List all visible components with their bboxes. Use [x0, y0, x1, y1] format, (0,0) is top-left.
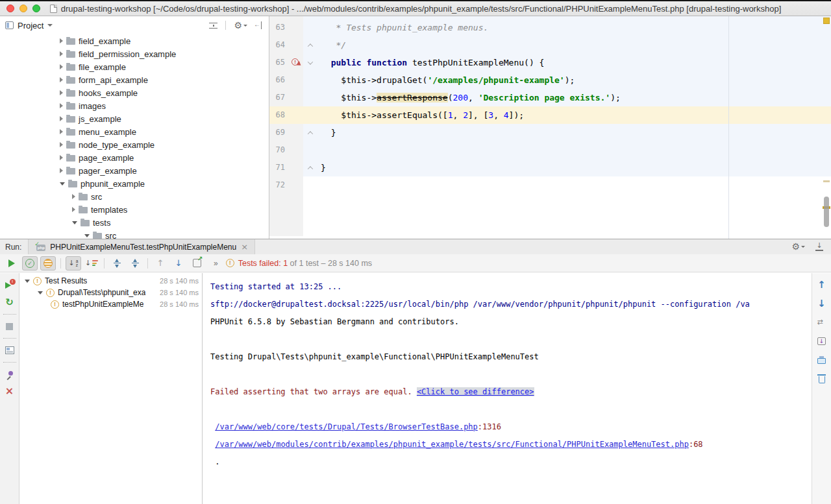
chevron-collapsed-icon[interactable]: [60, 38, 63, 43]
project-tree-row[interactable]: src: [0, 229, 269, 239]
project-tool-icon: [5, 21, 14, 29]
chevron-collapsed-icon[interactable]: [60, 129, 63, 134]
project-tree-row[interactable]: file_example: [0, 60, 269, 73]
chevron-collapsed-icon[interactable]: [60, 142, 63, 147]
chevron-collapsed-icon[interactable]: [60, 155, 63, 160]
project-tree-row[interactable]: js_example: [0, 112, 269, 125]
warning-circle-icon: !: [226, 259, 234, 267]
project-tree-row[interactable]: hooks_example: [0, 86, 269, 99]
code-text[interactable]: $this->drupalGet('/examples/phpunit-exam…: [317, 71, 831, 89]
project-tree-row[interactable]: pager_example: [0, 164, 269, 177]
code-text[interactable]: }: [317, 124, 831, 141]
close-tab-icon[interactable]: ×: [241, 243, 248, 251]
chevron-expanded-icon[interactable]: [84, 234, 90, 237]
collapse-all-icon[interactable]: [209, 21, 217, 30]
close-run-panel-button[interactable]: ×: [3, 384, 17, 398]
previous-occurrence-button[interactable]: ↑: [815, 278, 828, 291]
arrow-up-icon: ↑: [817, 279, 826, 291]
chevron-expanded-icon[interactable]: [72, 221, 77, 224]
run-panel-settings-button[interactable]: ⚙: [791, 243, 805, 251]
test-tree-row[interactable]: !testPhpUnitExampleMe28 s 140 ms: [19, 298, 202, 310]
project-panel-title[interactable]: Project: [18, 21, 43, 30]
project-tree-row[interactable]: tests: [0, 216, 269, 229]
overflow-chevron-icon[interactable]: »: [214, 259, 218, 268]
sort-by-duration-button[interactable]: ↓: [84, 256, 99, 270]
console-link[interactable]: <Click to see difference>: [417, 387, 534, 396]
chevron-collapsed-icon[interactable]: [60, 64, 63, 69]
code-text[interactable]: [317, 141, 831, 159]
fold-marker-icon[interactable]: [308, 43, 313, 49]
next-occurrence-button[interactable]: ↓: [815, 297, 828, 310]
stop-button[interactable]: [3, 319, 17, 333]
code-editor[interactable]: 63 * Tests phpunit_example menus.64 */65…: [269, 16, 831, 239]
fold-marker-icon[interactable]: [308, 131, 313, 136]
fold-marker-icon[interactable]: [308, 166, 313, 171]
print-button[interactable]: [815, 354, 828, 366]
project-tree-row[interactable]: page_example: [0, 151, 269, 164]
close-window-button[interactable]: [6, 5, 14, 12]
chevron-collapsed-icon[interactable]: [60, 116, 63, 121]
fold-marker-icon[interactable]: [308, 59, 313, 64]
next-failed-test-button[interactable]: ↓: [171, 256, 186, 270]
console-link[interactable]: /var/www/web/core/tests/Drupal/Tests/Bro…: [215, 422, 478, 431]
project-tree-row[interactable]: field_permission_example: [0, 47, 269, 60]
project-tree-row[interactable]: node_type_example: [0, 138, 269, 151]
test-tree-row[interactable]: !Test Results28 s 140 ms: [19, 275, 202, 287]
test-tree-row[interactable]: !Drupal\Tests\phpunit_exa28 s 140 ms: [19, 287, 202, 298]
close-icon: ×: [5, 387, 14, 396]
editor-scrollbar-thumb[interactable]: [824, 197, 829, 227]
folder-icon: [93, 233, 102, 239]
code-text[interactable]: public function testPhpUnitExampleMenu()…: [317, 54, 831, 71]
scroll-to-end-button[interactable]: ↓: [815, 335, 828, 348]
code-text[interactable]: * Tests phpunit_example menus.: [317, 19, 831, 36]
show-ignored-toggle[interactable]: [40, 256, 56, 270]
rerun-failed-tests-button[interactable]: !: [3, 278, 17, 293]
project-tree-row[interactable]: templates: [0, 203, 269, 216]
code-text[interactable]: */: [317, 36, 831, 54]
code-text[interactable]: $this->assertEquals([1, 2], [3, 4]);: [317, 106, 831, 124]
hide-panel-button[interactable]: [255, 21, 262, 29]
project-tree-row[interactable]: field_example: [0, 34, 269, 47]
chevron-expanded-icon[interactable]: [25, 280, 30, 283]
test-failed-gutter-icon[interactable]: !: [291, 58, 299, 66]
expand-all-button[interactable]: [109, 256, 125, 270]
restore-layout-button[interactable]: [3, 343, 17, 357]
minimize-window-button[interactable]: [19, 5, 27, 12]
chevron-expanded-icon[interactable]: [38, 291, 43, 294]
chevron-collapsed-icon[interactable]: [60, 51, 63, 56]
error-stripe-mark[interactable]: [823, 180, 830, 182]
sort-alphabetically-toggle[interactable]: ↓az: [66, 256, 81, 270]
test-console-output[interactable]: Testing started at 13:25 ...sftp://docke…: [202, 273, 812, 504]
zoom-window-button[interactable]: [32, 5, 40, 12]
chevron-collapsed-icon[interactable]: [60, 168, 63, 173]
chevron-collapsed-icon[interactable]: [72, 194, 75, 199]
run-configuration-tab[interactable]: php ✓ PHPUnitExampleMenuTest.testPhpUnit…: [28, 239, 255, 255]
code-text[interactable]: [317, 176, 831, 194]
project-tree-row[interactable]: src: [0, 190, 269, 203]
test-history-button[interactable]: [189, 256, 205, 270]
soft-wrap-button[interactable]: ⇄: [815, 316, 828, 329]
clear-all-button[interactable]: [815, 372, 828, 385]
project-tree-row[interactable]: form_api_example: [0, 73, 269, 86]
rerun-button[interactable]: [4, 256, 19, 270]
hide-passed-toggle[interactable]: ✓: [22, 256, 38, 270]
chevron-collapsed-icon[interactable]: [60, 77, 63, 82]
toggle-auto-test-button[interactable]: ↻: [3, 295, 17, 309]
chevron-collapsed-icon[interactable]: [72, 207, 75, 212]
project-tree-row[interactable]: images: [0, 99, 269, 112]
project-tree-row[interactable]: menu_example: [0, 125, 269, 138]
project-tree-row[interactable]: phpunit_example: [0, 177, 269, 190]
chevron-collapsed-icon[interactable]: [60, 90, 63, 95]
error-stripe-warning-indicator[interactable]: [823, 18, 830, 24]
chevron-collapsed-icon[interactable]: [60, 103, 63, 108]
code-text[interactable]: $this->assertResponse(200, 'Description …: [317, 89, 831, 106]
code-text[interactable]: }: [317, 159, 831, 176]
console-link[interactable]: /var/www/web/modules/contrib/examples/ph…: [215, 440, 689, 449]
previous-failed-test-button[interactable]: ↑: [153, 256, 168, 270]
project-settings-button[interactable]: ⚙: [234, 21, 247, 30]
hide-panel-down-button[interactable]: ↓: [815, 243, 823, 251]
chevron-expanded-icon[interactable]: [60, 182, 65, 186]
chevron-down-icon[interactable]: [47, 24, 53, 27]
pin-tab-button[interactable]: [3, 367, 17, 381]
collapse-all-button[interactable]: [127, 256, 143, 270]
